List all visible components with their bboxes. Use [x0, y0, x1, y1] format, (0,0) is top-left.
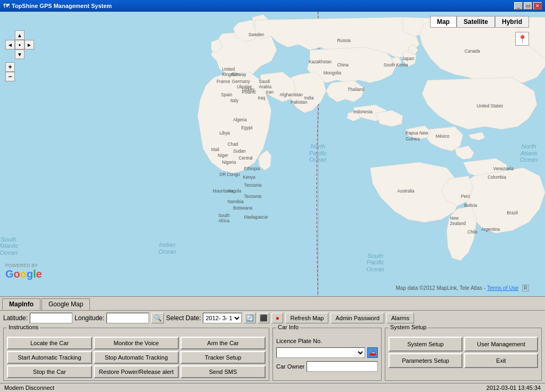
svg-text:North: North	[311, 143, 326, 149]
controls-row: Latitude: Longitude: 🔍 Select Date: 2012…	[0, 310, 545, 326]
car-owner-input[interactable]	[307, 361, 378, 372]
refresh-map-button[interactable]: Refresh Map	[285, 313, 328, 323]
instructions-button-grid: Locate the Car Monitor the Voice Arm the…	[7, 337, 266, 378]
send-sms-button[interactable]: Send SMS	[180, 365, 266, 378]
locate-car-button[interactable]: Locate the Car	[7, 337, 92, 349]
map-up-button[interactable]: ▲	[15, 30, 24, 40]
svg-text:Ocean: Ocean	[309, 156, 327, 163]
svg-text:Namibia: Namibia	[228, 199, 244, 204]
longitude-input[interactable]	[106, 313, 149, 323]
longitude-label: Longitude:	[75, 314, 104, 322]
monitor-voice-button[interactable]: Monitor the Voice	[94, 337, 179, 349]
svg-text:Canada: Canada	[465, 49, 480, 54]
svg-text:Atlantic: Atlantic	[0, 243, 19, 249]
search-icon: 🔍	[154, 314, 162, 322]
svg-text:Mongolia: Mongolia	[324, 71, 342, 76]
svg-text:Bolivia: Bolivia	[464, 203, 477, 208]
map-tab-satellite[interactable]: Satellite	[457, 16, 495, 28]
parameters-setup-button[interactable]: Parameters Setup	[389, 353, 463, 368]
zoom-out-button[interactable]: −	[5, 72, 15, 81]
licence-plate-icon-button[interactable]: 🚗	[367, 347, 378, 358]
svg-text:South: South	[218, 213, 230, 218]
svg-text:Africa: Africa	[218, 219, 229, 223]
stop-car-button[interactable]: Stop the Car	[7, 365, 92, 378]
status-bar: Modem Disconnect 2012-03-01 13:45:34	[0, 383, 545, 392]
latitude-label: Latitude:	[3, 314, 28, 322]
google-logo: POWERED BY Google	[5, 263, 42, 280]
restore-power-button[interactable]: Restore Power/Release alert	[94, 365, 179, 378]
svg-text:México: México	[436, 134, 450, 139]
svg-text:China: China	[337, 63, 349, 68]
svg-text:United States: United States	[477, 104, 503, 109]
svg-text:United: United	[222, 67, 235, 72]
terms-of-use-link[interactable]: Terms of Use	[487, 285, 518, 291]
minimize-button[interactable]: _	[514, 2, 523, 10]
svg-text:Egypt: Egypt	[241, 126, 253, 130]
stop-icon-button[interactable]: ⬛	[258, 313, 269, 323]
svg-text:Chad: Chad	[228, 142, 238, 147]
tracker-setup-button[interactable]: Tracker Setup	[180, 351, 266, 364]
svg-text:DR Congo: DR Congo	[219, 172, 240, 177]
svg-text:North: North	[522, 143, 536, 149]
zoom-controls: + −	[5, 62, 15, 81]
title-bar: 🗺 TopShine GPS Management System _ ▭ ✕	[0, 0, 545, 12]
svg-text:Nigeria: Nigeria	[222, 160, 236, 165]
svg-text:Mauritania: Mauritania	[213, 189, 234, 194]
svg-text:Arabia: Arabia	[259, 85, 271, 89]
bottom-panel: MapInfo Google Map Latitude: Longitude: …	[0, 296, 545, 392]
map-right-button[interactable]: ►	[24, 40, 34, 49]
tab-googlemap[interactable]: Google Map	[42, 298, 90, 310]
map-corner-icon: R	[522, 285, 529, 291]
restore-button[interactable]: ▭	[524, 2, 532, 10]
tab-mapinfo[interactable]: MapInfo	[2, 298, 40, 310]
close-button[interactable]: ✕	[533, 2, 542, 10]
svg-text:Russia: Russia	[337, 38, 351, 43]
svg-text:Kenya: Kenya	[243, 175, 255, 180]
select-date-label: Select Date:	[166, 314, 201, 322]
google-o1: o	[14, 268, 20, 280]
licence-plate-label: Licence Plate No.	[276, 338, 322, 344]
map-pin-button[interactable]: 📍	[515, 32, 529, 46]
alarms-button[interactable]: Alarms	[386, 313, 414, 323]
svg-text:Australia: Australia	[398, 189, 415, 194]
google-o2: o	[20, 268, 27, 280]
date-select[interactable]: 2012- 3- 1	[203, 313, 242, 323]
map-container[interactable]: North Pacific Ocean Indian Ocean South A…	[0, 12, 545, 296]
system-setup-button[interactable]: System Setup	[389, 337, 463, 352]
map-left-button[interactable]: ◄	[5, 40, 15, 49]
window-controls[interactable]: _ ▭ ✕	[514, 2, 542, 10]
svg-text:Norway: Norway	[232, 72, 247, 77]
refresh-icon-button[interactable]: 🔄	[244, 313, 255, 323]
svg-text:Atlanti: Atlanti	[520, 150, 538, 156]
svg-text:Saudi: Saudi	[259, 79, 270, 84]
car-icon: 🚗	[369, 349, 377, 356]
search-button[interactable]: 🔍	[151, 313, 164, 323]
record-icon-button[interactable]: ●	[271, 313, 283, 323]
stop-auto-tracking-button[interactable]: Stop Automatic Tracking	[94, 351, 179, 364]
info-row: Instructions Locate the Car Monitor the …	[0, 326, 545, 383]
svg-text:South: South	[368, 253, 384, 259]
svg-text:Ocean: Ocean	[0, 249, 18, 256]
svg-text:South Korea: South Korea	[384, 63, 408, 68]
map-down-button[interactable]: ▼	[15, 49, 24, 59]
svg-text:Poland: Poland	[242, 90, 255, 95]
svg-text:Tanzania: Tanzania	[244, 194, 262, 199]
map-center-button[interactable]: ●	[15, 40, 24, 49]
licence-plate-row: Licence Plate No.	[276, 338, 378, 344]
map-tab-hybrid[interactable]: Hybrid	[495, 16, 529, 28]
arm-car-button[interactable]: Arm the Car	[180, 337, 266, 349]
licence-plate-select[interactable]	[276, 347, 365, 358]
google-g2: g	[27, 268, 33, 280]
svg-text:Kazakhstan: Kazakhstan	[309, 60, 332, 64]
exit-button[interactable]: Exit	[464, 353, 538, 368]
admin-password-button[interactable]: Admin Password	[331, 313, 384, 323]
svg-text:France: France	[217, 79, 230, 84]
instructions-legend: Instructions	[7, 324, 40, 330]
map-tab-map[interactable]: Map	[430, 16, 457, 28]
user-management-button[interactable]: User Management	[464, 337, 538, 352]
latitude-input[interactable]	[30, 313, 72, 323]
instructions-box: Instructions Locate the Car Monitor the …	[3, 328, 269, 381]
start-auto-tracking-button[interactable]: Start Automatic Tracking	[7, 351, 92, 364]
svg-text:Ethiopia: Ethiopia	[244, 166, 260, 171]
zoom-in-button[interactable]: +	[5, 62, 15, 72]
